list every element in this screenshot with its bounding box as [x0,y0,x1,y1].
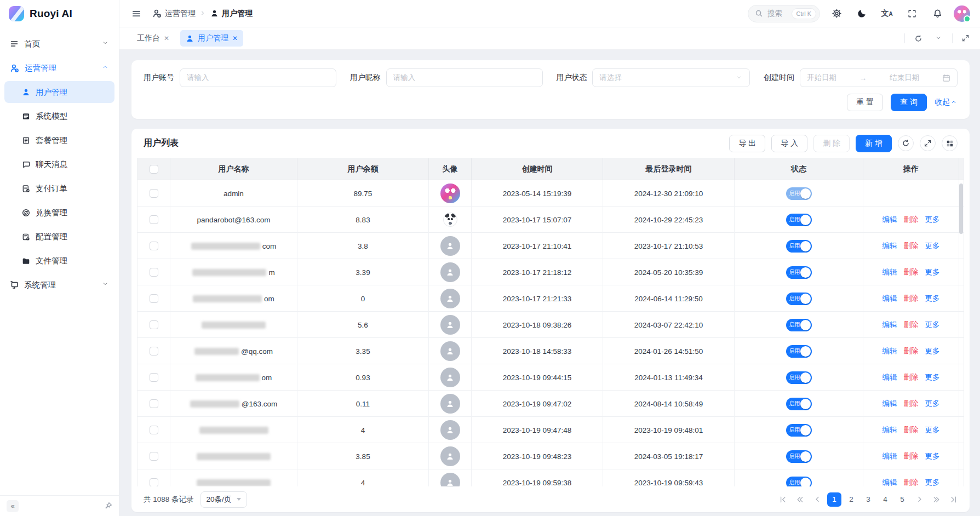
export-button[interactable]: 导 出 [729,135,765,152]
first-page-button[interactable] [776,492,790,507]
next-page-button[interactable] [912,492,926,507]
more-link[interactable]: 更多 [925,451,940,461]
status-toggle[interactable]: 启用 [786,319,812,331]
page-button-3[interactable]: 3 [861,492,875,507]
row-checkbox[interactable] [150,347,158,356]
row-checkbox[interactable] [150,399,158,408]
sidebar-item-9[interactable]: 文件管理 [4,250,114,272]
breadcrumb-item-1[interactable]: 用户管理 [210,9,253,19]
edit-link[interactable]: 编辑 [882,320,897,330]
more-link[interactable]: 更多 [925,372,940,382]
sidebar-item-0[interactable]: 首页 [4,33,114,55]
delete-link[interactable]: 删除 [904,241,919,251]
sidebar-collapse-button[interactable]: « [7,500,19,512]
breadcrumb-item-0[interactable]: 运营管理 [152,9,196,19]
more-link[interactable]: 更多 [925,320,940,330]
table-scrollbar[interactable] [959,184,963,234]
page-button-1[interactable]: 1 [827,492,841,507]
dark-mode-icon[interactable] [853,5,870,22]
more-link[interactable]: 更多 [925,399,940,409]
edit-link[interactable]: 编辑 [882,346,897,356]
prev-5-pages-button[interactable] [793,492,807,507]
translate-icon[interactable]: 文A [878,5,896,22]
select-all-checkbox[interactable] [150,165,158,174]
refresh-table-icon[interactable] [898,135,914,151]
status-toggle[interactable]: 启用 [786,293,812,305]
column-settings-icon[interactable] [942,135,958,151]
date-range-picker[interactable]: 开始日期→结束日期 [800,68,958,87]
sidebar-item-6[interactable]: 支付订单 [4,177,114,199]
delete-button[interactable]: 删 除 [813,135,850,152]
edit-link[interactable]: 编辑 [882,399,897,409]
delete-link[interactable]: 删除 [904,320,919,330]
row-checkbox[interactable] [150,294,158,303]
delete-link[interactable]: 删除 [904,267,919,277]
delete-link[interactable]: 删除 [904,425,919,435]
more-link[interactable]: 更多 [925,294,940,303]
more-link[interactable]: 更多 [925,241,940,251]
notifications-icon[interactable] [929,5,946,22]
status-toggle[interactable]: 启用 [786,345,812,358]
edit-link[interactable]: 编辑 [882,451,897,461]
pin-sidebar-icon[interactable] [104,502,112,510]
status-toggle[interactable]: 启用 [786,371,812,384]
add-button[interactable]: 新 增 [856,135,892,152]
global-search[interactable]: 搜索 Ctrl K [748,5,820,22]
delete-link[interactable]: 删除 [904,294,919,303]
delete-link[interactable]: 删除 [904,372,919,382]
sidebar-item-4[interactable]: 套餐管理 [4,129,114,151]
row-checkbox[interactable] [150,320,158,329]
status-toggle[interactable]: 启用 [786,424,812,437]
sidebar-item-10[interactable]: 系统管理 [4,274,114,296]
edit-link[interactable]: 编辑 [882,215,897,225]
more-link[interactable]: 更多 [925,267,940,277]
search-button[interactable]: 查 询 [891,94,927,111]
more-link[interactable]: 更多 [925,478,940,486]
row-checkbox[interactable] [150,426,158,434]
edit-link[interactable]: 编辑 [882,294,897,303]
status-toggle[interactable]: 启用 [786,240,812,253]
edit-link[interactable]: 编辑 [882,478,897,486]
prev-page-button[interactable] [810,492,824,507]
close-tab-icon[interactable]: ✕ [232,35,238,42]
edit-link[interactable]: 编辑 [882,241,897,251]
reset-button[interactable]: 重 置 [847,94,883,111]
more-link[interactable]: 更多 [925,346,940,356]
delete-link[interactable]: 删除 [904,215,919,225]
fullscreen-table-icon[interactable] [920,135,936,151]
tab-1[interactable]: 用户管理✕ [180,30,243,47]
status-toggle[interactable]: 启用 [786,450,812,463]
sidebar-item-1[interactable]: 运营管理 [4,57,114,79]
import-button[interactable]: 导 入 [771,135,807,152]
sidebar-item-2[interactable]: 用户管理 [4,81,114,103]
status-toggle[interactable]: 启用 [786,477,812,487]
refresh-tab-icon[interactable] [910,31,926,46]
status-toggle[interactable]: 启用 [786,266,812,279]
row-checkbox[interactable] [150,452,158,461]
sidebar-item-5[interactable]: 聊天消息 [4,153,114,175]
close-tab-icon[interactable]: ✕ [164,35,169,42]
edit-link[interactable]: 编辑 [882,372,897,382]
row-checkbox[interactable] [150,215,158,224]
status-toggle[interactable]: 启用 [786,398,812,410]
tab-0[interactable]: 工作台✕ [131,30,175,47]
row-checkbox[interactable] [150,189,158,198]
page-size-select[interactable]: 20条/页 [200,491,248,508]
sidebar-item-3[interactable]: 系统模型 [4,105,114,127]
more-link[interactable]: 更多 [925,215,940,225]
collapse-filters-link[interactable]: 收起 [935,98,958,107]
delete-link[interactable]: 删除 [904,478,919,486]
sidebar-item-7[interactable]: 兑换管理 [4,202,114,223]
fullscreen-icon[interactable] [903,5,921,22]
filter-input-1[interactable]: 请输入 [386,68,543,87]
page-button-4[interactable]: 4 [878,492,892,507]
delete-link[interactable]: 删除 [904,346,919,356]
status-toggle[interactable]: 启用 [786,187,812,200]
last-page-button[interactable] [946,492,960,507]
settings-icon[interactable] [828,5,845,22]
edit-link[interactable]: 编辑 [882,425,897,435]
page-button-5[interactable]: 5 [895,492,909,507]
user-avatar[interactable] [954,5,970,22]
delete-link[interactable]: 删除 [904,451,919,461]
maximize-content-icon[interactable] [958,31,973,46]
